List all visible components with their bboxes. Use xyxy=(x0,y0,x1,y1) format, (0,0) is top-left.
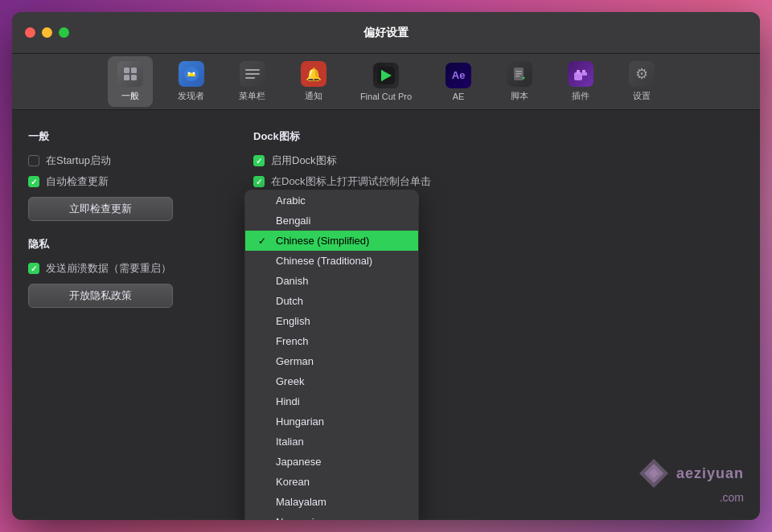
dropdown-item[interactable]: French xyxy=(245,331,418,351)
enable-dock-label: 启用Dock图标 xyxy=(271,153,337,168)
crash-checkbox[interactable] xyxy=(28,263,39,274)
crash-label: 发送崩溃数据（需要重启） xyxy=(46,261,171,276)
ae-icon: Ae xyxy=(446,63,471,88)
toolbar-item-menubar[interactable]: 菜单栏 xyxy=(230,56,275,107)
svg-rect-15 xyxy=(515,73,522,75)
auto-check-label: 自动检查更新 xyxy=(46,174,109,189)
toolbar-label-settings: 设置 xyxy=(633,90,651,102)
svg-rect-2 xyxy=(124,75,129,80)
startup-checkbox[interactable] xyxy=(28,155,39,166)
dropdown-item-label: German xyxy=(276,355,314,367)
toolbar-item-notify[interactable]: 🔔 通知 xyxy=(291,56,336,107)
toolbar: 一般 发现者 菜单栏 xyxy=(12,54,760,110)
watermark-diamond-icon xyxy=(638,457,670,489)
toolbar-label-plugin: 插件 xyxy=(572,90,589,102)
dropdown-item[interactable]: Dutch xyxy=(245,291,418,311)
toolbar-label-script: 脚本 xyxy=(511,90,528,102)
svg-rect-7 xyxy=(245,69,260,71)
watermark-text: aeziyuan xyxy=(676,465,744,482)
auto-check-checkbox[interactable] xyxy=(28,176,39,187)
dropdown-item-label: Malayalam xyxy=(276,496,326,508)
close-button[interactable] xyxy=(25,27,35,38)
dropdown-item-label: Chinese (Traditional) xyxy=(276,255,372,267)
open-console-checkbox[interactable] xyxy=(253,176,265,187)
right-panel: Dock图标 启用Dock图标 在Dock图标上打开调试控制台单击 Arabic… xyxy=(237,110,760,520)
crash-row: 发送崩溃数据（需要重启） xyxy=(28,261,221,276)
toolbar-label-notify: 通知 xyxy=(305,90,322,102)
dropdown-item[interactable]: Greek xyxy=(245,371,418,391)
menubar-icon xyxy=(240,61,265,87)
dropdown-item[interactable]: Chinese (Traditional) xyxy=(245,251,418,271)
check-update-button[interactable]: 立即检查更新 xyxy=(28,197,173,221)
dropdown-item[interactable]: Norwegian xyxy=(245,512,418,520)
dropdown-item-label: Dutch xyxy=(276,295,303,307)
toolbar-item-script[interactable]: 脚本 xyxy=(497,56,542,107)
dropdown-item-label: Danish xyxy=(276,275,308,287)
dropdown-item[interactable]: ✓Chinese (Simplified) xyxy=(245,231,418,251)
dropdown-item-label: English xyxy=(276,315,310,327)
open-console-row: 在Dock图标上打开调试控制台单击 xyxy=(253,174,744,189)
toolbar-item-ae[interactable]: Ae AE xyxy=(436,58,481,106)
dropdown-item[interactable]: German xyxy=(245,351,418,371)
language-dropdown: ArabicBengali✓Chinese (Simplified)Chines… xyxy=(245,190,418,520)
dropdown-item[interactable]: Italian xyxy=(245,432,418,452)
dropdown-item-label: Chinese (Simplified) xyxy=(276,235,369,247)
content-area: 一般 在Startup启动 自动检查更新 立即检查更新 隐私 发送崩溃数据（需要… xyxy=(12,110,760,520)
svg-rect-0 xyxy=(124,68,129,73)
svg-rect-1 xyxy=(131,68,137,73)
dropdown-item[interactable]: Arabic xyxy=(245,190,418,211)
dropdown-item-label: Hindi xyxy=(276,395,300,407)
dropdown-item-label: Italian xyxy=(276,436,304,448)
auto-check-row: 自动检查更新 xyxy=(28,174,221,189)
dropdown-item-label: Norwegian xyxy=(276,516,326,520)
dropdown-item[interactable]: Malayalam xyxy=(245,492,418,512)
settings-icon: ⚙ xyxy=(629,61,655,87)
main-window: 偏好设置 一般 发现 xyxy=(12,12,760,520)
toolbar-item-fcp[interactable]: Final Cut Pro xyxy=(352,58,420,106)
dropdown-item[interactable]: Hungarian xyxy=(245,411,418,432)
svg-rect-14 xyxy=(515,71,522,72)
left-panel: 一般 在Startup启动 自动检查更新 立即检查更新 隐私 发送崩溃数据（需要… xyxy=(12,110,237,520)
toolbar-item-finder[interactable]: 发现者 xyxy=(169,56,214,107)
toolbar-label-fcp: Final Cut Pro xyxy=(360,92,412,101)
general-icon xyxy=(117,61,143,87)
svg-point-6 xyxy=(192,72,195,75)
enable-dock-row: 启用Dock图标 xyxy=(253,153,744,168)
dropdown-item[interactable]: English xyxy=(245,311,418,331)
toolbar-label-finder: 发现者 xyxy=(178,90,204,102)
dropdown-item-label: Greek xyxy=(276,375,304,387)
fcp-icon xyxy=(373,63,399,88)
toolbar-item-settings[interactable]: ⚙ 设置 xyxy=(619,56,664,107)
watermark-domain: .com xyxy=(720,491,744,504)
toolbar-label-general: 一般 xyxy=(121,90,139,102)
watermark-logo: aeziyuan xyxy=(638,457,744,489)
privacy-section-title: 隐私 xyxy=(28,237,221,252)
privacy-button[interactable]: 开放隐私政策 xyxy=(28,284,173,308)
dropdown-check-icon: ✓ xyxy=(258,235,269,247)
script-icon xyxy=(507,61,532,87)
window-title: 偏好设置 xyxy=(363,26,409,40)
toolbar-item-plugin[interactable]: 插件 xyxy=(558,56,603,107)
toolbar-label-menubar: 菜单栏 xyxy=(239,90,265,102)
dropdown-item[interactable]: Korean xyxy=(245,472,418,492)
minimize-button[interactable] xyxy=(42,27,52,38)
svg-rect-3 xyxy=(131,75,137,80)
dropdown-item[interactable]: Japanese xyxy=(245,452,418,472)
general-section-title: 一般 xyxy=(28,129,221,144)
dropdown-item[interactable]: Danish xyxy=(245,271,418,291)
startup-label: 在Startup启动 xyxy=(46,153,111,168)
dropdown-item[interactable]: Hindi xyxy=(245,391,418,411)
open-console-label: 在Dock图标上打开调试控制台单击 xyxy=(271,174,431,189)
maximize-button[interactable] xyxy=(59,27,69,38)
toolbar-item-general[interactable]: 一般 xyxy=(108,56,153,107)
dropdown-item-label: Japanese xyxy=(276,456,321,468)
svg-rect-8 xyxy=(245,73,260,75)
startup-row: 在Startup启动 xyxy=(28,153,221,168)
enable-dock-checkbox[interactable] xyxy=(253,155,265,166)
titlebar: 偏好设置 xyxy=(12,12,760,54)
dropdown-item[interactable]: Bengali xyxy=(245,211,418,231)
watermark: aeziyuan .com xyxy=(638,457,744,504)
dock-title: Dock图标 xyxy=(253,129,744,144)
svg-rect-12 xyxy=(381,70,383,81)
notify-icon: 🔔 xyxy=(301,61,326,87)
